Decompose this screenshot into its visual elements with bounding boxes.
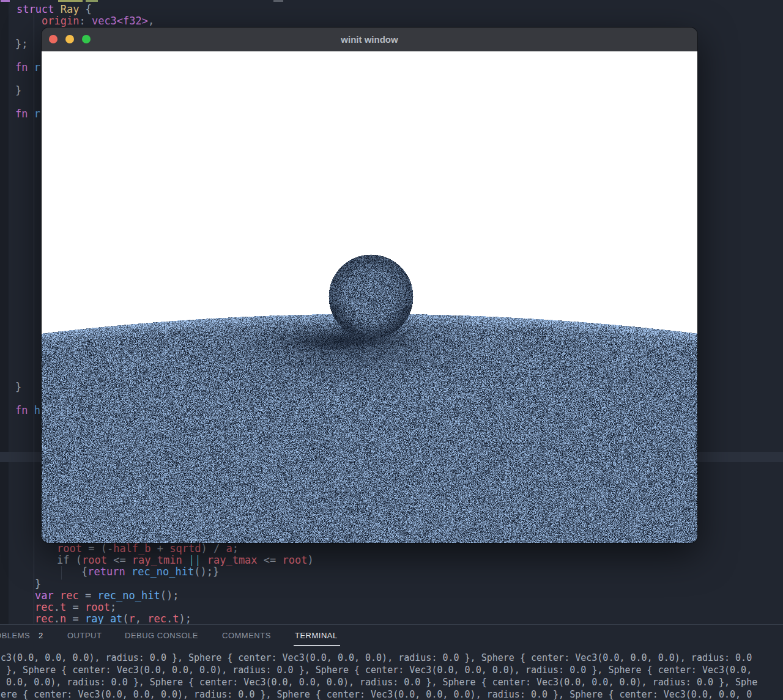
vscode-screen: struct Ray {origin: vec3<f32>,};fn r}fn …	[0, 0, 783, 700]
terminal-line: ere { center: Vec3(0.0, 0.0, 0.0), radiu…	[1, 688, 783, 700]
terminal-line: c3(0.0, 0.0, 0.0), radius: 0.0 }, Sphere…	[1, 652, 783, 664]
code-line: }	[15, 85, 21, 97]
winit-window[interactable]: winit window	[42, 28, 697, 543]
code-line: fn h	[15, 405, 40, 416]
terminal-line: 0.0, 0.0), radius: 0.0 }, Sphere { cente…	[1, 676, 783, 688]
code-line: rec.n = ray_at(r, rec.t);	[35, 613, 191, 624]
tab-debug-console[interactable]: DEBUG CONSOLE	[125, 631, 198, 640]
code-line: origin: vec3<f32>,	[42, 15, 154, 27]
panel-tabs: 2 PROBLEMSOUTPUTDEBUG CONSOLECOMMENTSTER…	[0, 625, 783, 649]
tab-terminal[interactable]: TERMINAL	[295, 631, 338, 640]
code-line: struct Ray {	[17, 4, 92, 15]
terminal-output[interactable]: c3(0.0, 0.0, 0.0), radius: 0.0 }, Sphere…	[1, 652, 783, 700]
tab-problems[interactable]: PROBLEMS	[0, 631, 30, 640]
zoom-button[interactable]	[82, 35, 91, 43]
code-line: fn r	[15, 62, 40, 73]
raytraced-scene-canvas	[42, 51, 697, 543]
code-line: {return rec_no_hit();}	[81, 566, 219, 578]
tab-output[interactable]: OUTPUT	[67, 631, 102, 640]
terminal-line: }, Sphere { center: Vec3(0.0, 0.0, 0.0),…	[1, 664, 783, 676]
code-line: fn r	[15, 108, 40, 120]
code-line: rec.t = root;	[35, 602, 116, 613]
code-line: var rec = rec_no_hit();	[35, 590, 179, 602]
code-line: root = (-half_b + sqrtd) / a;	[57, 543, 239, 554]
tab-comments[interactable]: COMMENTS	[222, 631, 271, 640]
code-line: };	[15, 39, 28, 50]
code-line: if (root <= ray_tmin || ray_tmax <= root…	[57, 554, 314, 566]
window-title: winit window	[341, 34, 398, 45]
problems-count-badge: 2	[39, 631, 43, 640]
bottom-panel: 2 PROBLEMSOUTPUTDEBUG CONSOLECOMMENTSTER…	[0, 625, 783, 700]
minimize-button[interactable]	[65, 35, 74, 43]
code-line: }	[15, 381, 21, 393]
window-titlebar[interactable]: winit window	[42, 28, 697, 51]
close-button[interactable]	[49, 35, 58, 43]
code-line: }	[35, 578, 41, 590]
